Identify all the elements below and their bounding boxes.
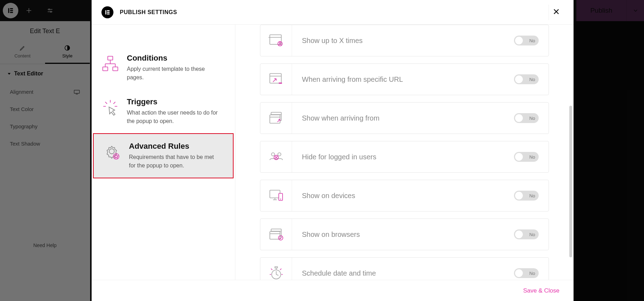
- publish-settings-modal: PUBLISH SETTINGS Conditions Apply curren…: [92, 0, 574, 301]
- advanced-desc: Requirements that have to be met for the…: [129, 153, 221, 170]
- svg-rect-40: [279, 82, 282, 84]
- rule-arriving-from: Show when arriving from No: [260, 102, 549, 134]
- close-button[interactable]: [549, 5, 564, 20]
- rule-label: When arriving from specific URL: [292, 75, 514, 84]
- toggle-no-label: No: [529, 38, 535, 43]
- svg-rect-14: [105, 10, 106, 14]
- rule-label: Show on browsers: [292, 231, 514, 239]
- save-close-button[interactable]: Save & Close: [523, 287, 559, 294]
- advanced-title: Advanced Rules: [129, 142, 221, 151]
- svg-point-32: [109, 149, 114, 154]
- rule-label: Schedule date and time: [292, 269, 514, 277]
- toggle-arriving-from[interactable]: No: [514, 113, 539, 123]
- svg-rect-17: [107, 13, 110, 14]
- svg-rect-22: [113, 67, 118, 71]
- svg-rect-63: [275, 267, 277, 268]
- stopwatch-icon: [260, 258, 292, 280]
- toggle-no-label: No: [529, 116, 535, 121]
- rule-label: Show up to X times: [292, 37, 514, 45]
- svg-rect-21: [103, 67, 108, 71]
- devices-icon: [260, 180, 292, 211]
- sitemap-icon: [100, 54, 120, 73]
- modal-main: Show up to X times No When arriving from…: [235, 25, 574, 280]
- sidebar-item-triggers[interactable]: Triggers What action the user needs to d…: [92, 90, 235, 133]
- svg-point-54: [280, 199, 281, 200]
- toggle-no-label: No: [529, 154, 535, 160]
- modal-header-left: PUBLISH SETTINGS: [101, 6, 177, 18]
- triggers-desc: What action the user needs to do for the…: [127, 109, 218, 125]
- windows-stack-icon: [260, 103, 292, 134]
- modal-title: PUBLISH SETTINGS: [120, 9, 177, 16]
- rule-on-devices: Show on devices No: [260, 180, 549, 211]
- toggle-on-devices[interactable]: No: [514, 191, 539, 201]
- users-x-icon: [260, 141, 292, 172]
- toggle-show-x-times[interactable]: No: [514, 36, 539, 45]
- rule-from-url: When arriving from specific URL No: [260, 63, 549, 95]
- modal-body: Conditions Apply current template to the…: [92, 25, 574, 280]
- windows-check-icon: [260, 219, 292, 250]
- modal-sidebar: Conditions Apply current template to the…: [92, 25, 235, 280]
- rule-show-x-times: Show up to X times No: [260, 25, 549, 56]
- window-arrow-icon: [260, 64, 292, 95]
- svg-point-37: [279, 42, 281, 44]
- sidebar-item-conditions[interactable]: Conditions Apply current template to the…: [92, 46, 235, 90]
- svg-point-46: [278, 153, 281, 156]
- svg-line-29: [113, 102, 115, 104]
- triggers-title: Triggers: [127, 97, 218, 106]
- svg-line-28: [105, 102, 107, 104]
- gear-star-icon: [102, 142, 123, 161]
- click-icon: [100, 97, 120, 118]
- conditions-desc: Apply current template to these pages.: [127, 65, 218, 82]
- svg-point-45: [271, 153, 274, 156]
- toggle-no-label: No: [529, 193, 535, 198]
- close-icon: [552, 8, 560, 16]
- modal-header: PUBLISH SETTINGS: [92, 0, 574, 25]
- rule-label: Hide for logged in users: [292, 153, 514, 161]
- toggle-on-browsers[interactable]: No: [514, 229, 539, 239]
- rule-hide-logged-in: Hide for logged in users No: [260, 141, 549, 173]
- svg-rect-16: [107, 12, 110, 13]
- window-user-icon: [260, 25, 292, 56]
- scrollbar[interactable]: [569, 106, 572, 257]
- toggle-no-label: No: [529, 271, 535, 276]
- toggle-schedule[interactable]: No: [514, 268, 539, 278]
- conditions-title: Conditions: [127, 54, 218, 63]
- rule-on-browsers: Show on browsers No: [260, 219, 549, 250]
- sidebar-item-advanced-rules[interactable]: Advanced Rules Requirements that have to…: [93, 133, 234, 178]
- svg-line-65: [271, 269, 272, 270]
- toggle-hide-logged-in[interactable]: No: [514, 152, 539, 162]
- toggle-no-label: No: [529, 232, 535, 237]
- modal-footer: Save & Close: [92, 280, 574, 301]
- svg-line-62: [276, 275, 278, 276]
- toggle-from-url[interactable]: No: [514, 74, 539, 84]
- rule-schedule: Schedule date and time No: [260, 257, 549, 280]
- rule-label: Show on devices: [292, 192, 514, 200]
- svg-rect-20: [108, 56, 113, 60]
- toggle-no-label: No: [529, 77, 535, 82]
- svg-line-66: [280, 269, 281, 270]
- rule-label: Show when arriving from: [292, 114, 514, 122]
- svg-rect-15: [107, 10, 110, 11]
- elementor-logo-icon: [101, 6, 113, 18]
